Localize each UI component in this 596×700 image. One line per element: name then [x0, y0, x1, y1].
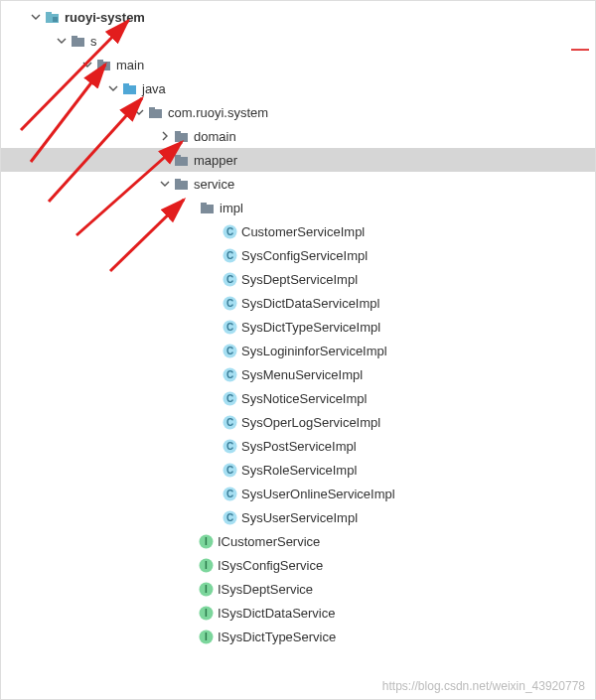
tree-node-class[interactable]: CSysDictTypeServiceImpl [1, 315, 595, 339]
watermark: https://blog.csdn.net/weixin_43920778 [382, 679, 585, 693]
package-folder-icon [174, 177, 190, 191]
svg-rect-3 [72, 38, 84, 47]
tree-node-service[interactable]: service [1, 172, 595, 196]
package-folder-icon [200, 201, 216, 214]
svg-rect-1 [46, 12, 52, 15]
svg-text:I: I [205, 560, 208, 571]
tree-label: impl [220, 201, 243, 215]
svg-text:C: C [225, 465, 232, 476]
svg-text:I: I [205, 631, 208, 642]
tree-node-src[interactable]: s [1, 29, 595, 53]
tree-node-impl[interactable]: impl [1, 196, 595, 219]
tree-label: SysRoleServiceImpl [241, 463, 357, 478]
tree-node-class[interactable]: CSysDictDataServiceImpl [1, 291, 595, 315]
svg-text:C: C [225, 393, 232, 404]
svg-text:C: C [225, 298, 232, 309]
svg-rect-6 [97, 60, 103, 63]
class-icon: C [222, 224, 237, 238]
chevron-right-icon[interactable] [158, 129, 172, 143]
tree-node-class[interactable]: CSysLogininforServiceImpl [1, 339, 595, 362]
tree-node-interface[interactable]: IICustomerService [1, 529, 595, 553]
tree-node-class[interactable]: CSysUserServiceImpl [1, 505, 595, 529]
tree-label: SysMenuServiceImpl [241, 367, 363, 382]
tree-label: ISysDeptService [218, 582, 313, 597]
tree-label: SysNoticeServiceImpl [241, 391, 367, 406]
tree-label: SysUserServiceImpl [241, 510, 358, 525]
project-tree: ruoyi-system s main java com.ruoyi.syste… [1, 1, 595, 648]
class-icon: C [222, 463, 237, 477]
svg-text:C: C [225, 369, 232, 380]
source-folder-icon [122, 81, 138, 95]
tree-node-class[interactable]: CCustomerServiceImpl [1, 219, 595, 243]
tree-label: SysLogininforServiceImpl [241, 344, 387, 358]
tree-node-interface[interactable]: IISysConfigService [1, 553, 595, 577]
svg-rect-16 [175, 179, 181, 182]
chevron-down-icon[interactable] [106, 81, 120, 95]
package-folder-icon [148, 105, 164, 119]
tree-label: java [142, 81, 166, 96]
svg-rect-10 [149, 107, 155, 110]
tree-node-interface[interactable]: IISysDeptService [1, 577, 595, 601]
tree-label: SysOperLogServiceImpl [241, 415, 380, 430]
interface-icon: I [198, 606, 214, 620]
tree-node-class[interactable]: CSysNoticeServiceImpl [1, 386, 595, 410]
tree-node-class[interactable]: CSysOperLogServiceImpl [1, 410, 595, 434]
class-icon: C [222, 487, 237, 500]
tree-node-interface[interactable]: IISysDictTypeService [1, 625, 595, 648]
chevron-down-icon[interactable] [132, 105, 146, 119]
chevron-down-icon[interactable] [29, 10, 43, 24]
tree-node-class[interactable]: CSysDeptServiceImpl [1, 267, 595, 291]
tree-label: ruoyi-system [65, 10, 145, 25]
tree-node-package[interactable]: com.ruoyi.system [1, 100, 595, 124]
svg-text:C: C [225, 274, 232, 285]
tree-node-root[interactable]: ruoyi-system [1, 5, 595, 29]
tree-label: mapper [194, 153, 237, 168]
folder-icon [71, 34, 86, 48]
svg-rect-15 [175, 181, 188, 190]
tree-label: s [90, 34, 97, 49]
tree-label: ICustomerService [218, 534, 320, 549]
module-folder-icon [45, 10, 61, 24]
tree-label: SysConfigServiceImpl [241, 248, 368, 263]
tree-label: SysDictDataServiceImpl [241, 296, 379, 311]
tree-node-class[interactable]: CSysMenuServiceImpl [1, 362, 595, 386]
package-folder-icon [174, 153, 190, 167]
tree-node-class[interactable]: CSysPostServiceImpl [1, 434, 595, 458]
svg-text:C: C [225, 417, 232, 428]
svg-text:C: C [225, 512, 232, 523]
tree-node-interface[interactable]: IISysDictDataService [1, 601, 595, 625]
class-icon: C [222, 439, 237, 453]
tree-node-mapper[interactable]: mapper [1, 148, 595, 172]
chevron-down-icon[interactable] [55, 34, 69, 48]
svg-rect-8 [123, 83, 129, 86]
svg-rect-2 [53, 17, 58, 22]
tree-node-class[interactable]: CSysRoleServiceImpl [1, 458, 595, 482]
svg-text:I: I [205, 608, 208, 619]
tree-node-java[interactable]: java [1, 76, 595, 100]
tree-label: com.ruoyi.system [168, 105, 268, 120]
chevron-down-icon[interactable] [80, 58, 94, 71]
class-icon: C [222, 344, 237, 357]
tree-node-main[interactable]: main [1, 53, 595, 76]
tree-node-class[interactable]: CSysUserOnlineServiceImpl [1, 482, 595, 505]
class-icon: C [222, 510, 237, 524]
svg-rect-18 [201, 203, 207, 206]
svg-rect-5 [97, 62, 110, 70]
class-icon: C [222, 415, 237, 429]
class-icon: C [222, 248, 237, 262]
interface-icon: I [198, 558, 214, 572]
tree-label: SysPostServiceImpl [241, 439, 357, 454]
tree-node-domain[interactable]: domain [1, 124, 595, 148]
svg-rect-11 [175, 133, 188, 142]
tree-node-class[interactable]: CSysConfigServiceImpl [1, 243, 595, 267]
svg-text:C: C [225, 226, 232, 237]
svg-text:I: I [205, 536, 208, 547]
svg-rect-4 [72, 36, 77, 39]
interface-icon: I [198, 630, 214, 643]
svg-rect-9 [149, 109, 162, 118]
svg-rect-12 [175, 131, 181, 134]
chevron-down-icon[interactable] [158, 177, 172, 191]
tree-label: SysUserOnlineServiceImpl [241, 487, 395, 501]
class-icon: C [222, 272, 237, 286]
tree-label: SysDeptServiceImpl [241, 272, 358, 287]
